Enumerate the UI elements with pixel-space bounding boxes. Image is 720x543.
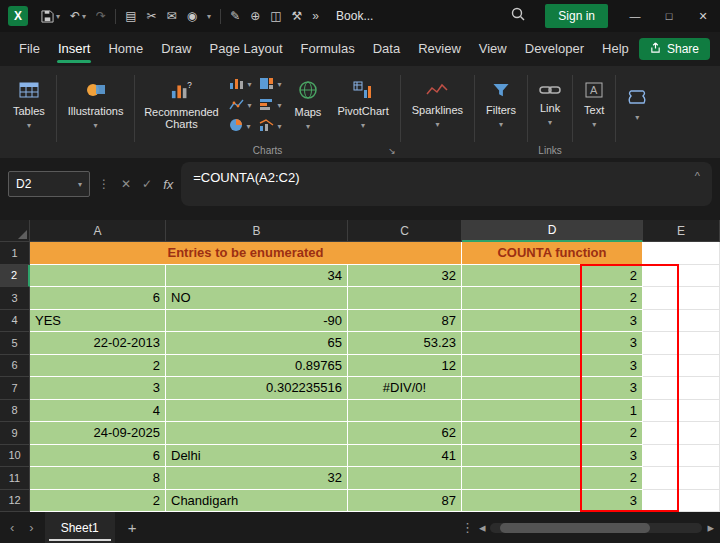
row-header-10[interactable]: 10 <box>0 445 30 468</box>
cell-B4[interactable]: -90 <box>166 310 348 333</box>
cell-C12[interactable]: 87 <box>348 490 462 513</box>
add-sheet-icon[interactable]: + <box>122 519 143 536</box>
row-header-4[interactable]: 4 <box>0 310 30 333</box>
row-header-7[interactable]: 7 <box>0 377 30 400</box>
menu-tab-page-layout[interactable]: Page Layout <box>201 32 292 66</box>
tools-button[interactable]: ⚒ <box>287 0 308 32</box>
row-header-2[interactable]: 2 <box>0 265 30 288</box>
cell-B7[interactable]: 0.302235516 <box>166 377 348 400</box>
link-button[interactable]: Link ▾ <box>532 82 568 128</box>
cell-D1[interactable]: COUNTA function <box>462 242 643 265</box>
cell-A5[interactable]: 22-02-2013 <box>30 332 166 355</box>
cell-A9[interactable]: 24-09-2025 <box>30 422 166 445</box>
filters-button[interactable]: Filters ▾ <box>479 80 523 131</box>
cell-E8[interactable] <box>643 400 720 423</box>
cell-C2[interactable]: 32 <box>348 265 462 288</box>
cell-C10[interactable]: 41 <box>348 445 462 468</box>
cut-button[interactable]: ✂ <box>142 0 162 32</box>
row-header-5[interactable]: 5 <box>0 332 30 355</box>
cell-C5[interactable]: 53.23 <box>348 332 462 355</box>
cell-B2[interactable]: 34 <box>166 265 348 288</box>
name-box[interactable]: D2 ▾ <box>8 171 90 197</box>
menu-tab-home[interactable]: Home <box>99 32 152 66</box>
cell-E2[interactable] <box>643 265 720 288</box>
formula-input[interactable]: =COUNTA(A2:C2) ^ <box>181 162 712 206</box>
collapse-formula-bar-icon[interactable]: ^ <box>695 170 700 182</box>
cell-B3[interactable]: NO <box>166 287 348 310</box>
pen-button[interactable]: ✎ <box>225 0 245 32</box>
bar-chart-button[interactable]: ▾ <box>259 97 281 115</box>
row-header-6[interactable]: 6 <box>0 355 30 378</box>
menu-tab-view[interactable]: View <box>470 32 516 66</box>
paste-button[interactable]: ▤ <box>120 0 141 32</box>
cell-E10[interactable] <box>643 445 720 468</box>
cell-D2[interactable]: 2 <box>462 265 643 288</box>
menu-tab-draw[interactable]: Draw <box>152 32 200 66</box>
recommended-charts-button[interactable]: ? Recommended Charts <box>139 78 223 133</box>
cell-A3[interactable]: 6 <box>30 287 166 310</box>
cell-E3[interactable] <box>643 287 720 310</box>
undo-button[interactable]: ↶ ▾ <box>65 0 91 32</box>
maximize-button[interactable]: □ <box>652 0 686 32</box>
menu-tab-file[interactable]: File <box>10 32 49 66</box>
insert-function-icon[interactable]: fx <box>163 177 173 192</box>
cell-B12[interactable]: Chandigarh <box>166 490 348 513</box>
row-header-8[interactable]: 8 <box>0 400 30 423</box>
cell-C11[interactable] <box>348 467 462 490</box>
illustrations-button[interactable]: Illustrations ▾ <box>61 79 131 131</box>
minimize-button[interactable]: — <box>618 0 652 32</box>
sheet-tab-sheet1[interactable]: Sheet1 <box>45 512 115 543</box>
cell-A8[interactable]: 4 <box>30 400 166 423</box>
scroll-left-icon[interactable]: ◂ <box>479 520 486 535</box>
cell-B6[interactable]: 0.89765 <box>166 355 348 378</box>
close-button[interactable]: ✕ <box>686 0 720 32</box>
cell-E11[interactable] <box>643 467 720 490</box>
cell-D9[interactable]: 2 <box>462 422 643 445</box>
cell-C6[interactable]: 12 <box>348 355 462 378</box>
row-header-12[interactable]: 12 <box>0 490 30 513</box>
column-header-B[interactable]: B <box>166 220 348 242</box>
scatter-chart-button[interactable]: ▾ <box>229 97 251 115</box>
cell-D4[interactable]: 3 <box>462 310 643 333</box>
row-header-9[interactable]: 9 <box>0 422 30 445</box>
row-header-3[interactable]: 3 <box>0 287 30 310</box>
cell-E7[interactable] <box>643 377 720 400</box>
share-button[interactable]: Share <box>639 38 710 60</box>
tables-button[interactable]: Tables ▾ <box>6 79 52 131</box>
prev-sheet-icon[interactable]: ‹ <box>6 520 18 535</box>
pivotchart-button[interactable]: PivotChart ▾ <box>330 79 395 131</box>
cell-C9[interactable]: 62 <box>348 422 462 445</box>
scroll-right-icon[interactable]: ▸ <box>707 520 714 535</box>
cell-B9[interactable] <box>166 422 348 445</box>
column-chart-button[interactable]: ▾ <box>229 76 251 94</box>
column-header-E[interactable]: E <box>643 220 720 242</box>
cell-D6[interactable]: 3 <box>462 355 643 378</box>
column-header-D[interactable]: D <box>462 220 643 242</box>
cell-B8[interactable] <box>166 400 348 423</box>
row-header-11[interactable]: 11 <box>0 467 30 490</box>
pin-button[interactable]: ⊕ <box>245 0 265 32</box>
cell-E12[interactable] <box>643 490 720 513</box>
select-all-corner[interactable] <box>0 220 30 242</box>
cell-A7[interactable]: 3 <box>30 377 166 400</box>
menu-tab-help[interactable]: Help <box>593 32 638 66</box>
qat-dropdown-button[interactable]: ▾ <box>202 0 216 32</box>
globe-button[interactable]: ◉ <box>182 0 202 32</box>
cell-D5[interactable]: 3 <box>462 332 643 355</box>
enter-icon[interactable]: ✓ <box>142 177 152 191</box>
search-button[interactable] <box>501 0 535 32</box>
menu-tab-formulas[interactable]: Formulas <box>292 32 364 66</box>
cell-C4[interactable]: 87 <box>348 310 462 333</box>
cell-A2[interactable] <box>30 265 166 288</box>
cell-C7[interactable]: #DIV/0! <box>348 377 462 400</box>
redo-button[interactable]: ↷ <box>91 0 111 32</box>
column-header-A[interactable]: A <box>30 220 166 242</box>
cell-A4[interactable]: YES <box>30 310 166 333</box>
cell-A12[interactable]: 2 <box>30 490 166 513</box>
cell-B10[interactable]: Delhi <box>166 445 348 468</box>
camera-button[interactable]: ◫ <box>265 0 286 32</box>
cell-E5[interactable] <box>643 332 720 355</box>
menu-tab-developer[interactable]: Developer <box>516 32 593 66</box>
text-button[interactable]: A Text ▾ <box>577 80 611 130</box>
cell-E1[interactable] <box>643 242 720 265</box>
